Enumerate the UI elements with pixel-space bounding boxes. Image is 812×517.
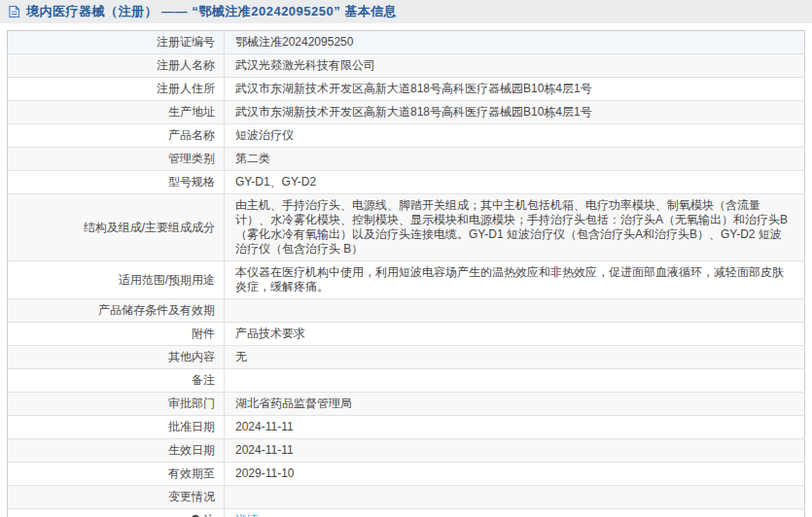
field-value: 武汉市东湖新技术开发区高新大道818号高科医疗器械园B10栋4层1号 [225,78,805,101]
field-value: 无 [225,346,805,369]
field-label: 审批部门 [8,393,225,416]
field-value: 2029-11-10 [225,463,805,486]
table-row: 注册证编号鄂械注准20242095250 [8,31,805,54]
page-title: 境内医疗器械（注册） —— “鄂械注准20242095250” 基本信息 [8,3,397,20]
page-title-text: 境内医疗器械（注册） —— “鄂械注准20242095250” 基本信息 [26,3,397,20]
field-label: 注册人名称 [8,54,225,78]
table-row: 注详情 [8,509,805,517]
field-label: 注 [8,509,225,517]
field-label: 附件 [8,323,225,346]
field-label: 产品储存条件及有效期 [8,299,225,323]
field-label: 适用范围/预期用途 [8,261,225,299]
field-value: 2024-11-11 [225,439,805,463]
field-value [225,486,805,509]
field-value: 详情 [225,509,805,517]
field-label: 型号规格 [8,171,225,194]
field-value: 鄂械注准20242095250 [225,31,805,54]
field-value: 短波治疗仪 [225,124,805,148]
table-row: 结构及组成/主要组成成分由主机、手持治疗头、电源线、脚踏开关组成；其中主机包括机… [8,194,805,261]
field-label: 生产地址 [8,101,225,124]
table-row: 有效期至2029-11-10 [8,463,805,486]
field-label: 结构及组成/主要组成成分 [8,194,225,261]
field-label: 注册证编号 [8,31,225,54]
table-row: 生产地址武汉市东湖新技术开发区高新大道818号高科医疗器械园B10栋4层1号 [8,101,805,124]
field-label: 批准日期 [8,416,225,439]
registration-info-table: 注册证编号鄂械注准20242095250注册人名称武汉光燚激光科技有限公司注册人… [7,30,805,517]
field-value: 由主机、手持治疗头、电源线、脚踏开关组成；其中主机包括机箱、电疗功率模块、制氧模… [225,194,805,261]
field-value: 湖北省药品监督管理局 [225,393,805,416]
field-label: 有效期至 [8,463,225,486]
table-row: 附件产品技术要求 [8,323,805,346]
table-row: 产品储存条件及有效期 [8,299,805,323]
info-table-body: 注册证编号鄂械注准20242095250注册人名称武汉光燚激光科技有限公司注册人… [8,31,805,517]
table-row: 其他内容无 [8,346,805,369]
table-wrapper: 注册证编号鄂械注准20242095250注册人名称武汉光燚激光科技有限公司注册人… [0,23,812,517]
field-value [225,369,805,393]
details-link[interactable]: 详情 [235,513,259,517]
field-label: 其他内容 [8,346,225,369]
field-value [225,299,805,323]
table-row: 审批部门湖北省药品监督管理局 [8,393,805,416]
table-row: 生效日期2024-11-11 [8,439,805,463]
document-icon [8,5,20,18]
field-value: 本仪器在医疗机构中使用，利用短波电容场产生的温热效应和非热效应，促进面部血液循环… [225,261,805,299]
table-row: 注册人住所武汉市东湖新技术开发区高新大道818号高科医疗器械园B10栋4层1号 [8,78,805,101]
field-value: 2024-11-11 [225,416,805,439]
field-label: 变更情况 [8,486,225,509]
field-label: 注册人住所 [8,78,225,101]
table-row: 管理类别第二类 [8,148,805,171]
table-row: 适用范围/预期用途本仪器在医疗机构中使用，利用短波电容场产生的温热效应和非热效应… [8,261,805,299]
field-label: 生效日期 [8,439,225,463]
field-value: 武汉市东湖新技术开发区高新大道818号高科医疗器械园B10栋4层1号 [225,101,805,124]
page: 境内医疗器械（注册） —— “鄂械注准20242095250” 基本信息 注册证… [0,0,812,517]
field-value: 产品技术要求 [225,323,805,346]
header-bar: 境内医疗器械（注册） —— “鄂械注准20242095250” 基本信息 [0,0,812,23]
table-row: 产品名称短波治疗仪 [8,124,805,148]
table-row: 注册人名称武汉光燚激光科技有限公司 [8,54,805,78]
field-value: GY-D1、GY-D2 [225,171,805,194]
field-value: 武汉光燚激光科技有限公司 [225,54,805,78]
table-row: 批准日期2024-11-11 [8,416,805,439]
field-label: 产品名称 [8,124,225,148]
table-row: 备注 [8,369,805,393]
field-value: 第二类 [225,148,805,171]
field-label: 管理类别 [8,148,225,171]
table-row: 变更情况 [8,486,805,509]
field-label: 备注 [8,369,225,393]
table-row: 型号规格GY-D1、GY-D2 [8,171,805,194]
